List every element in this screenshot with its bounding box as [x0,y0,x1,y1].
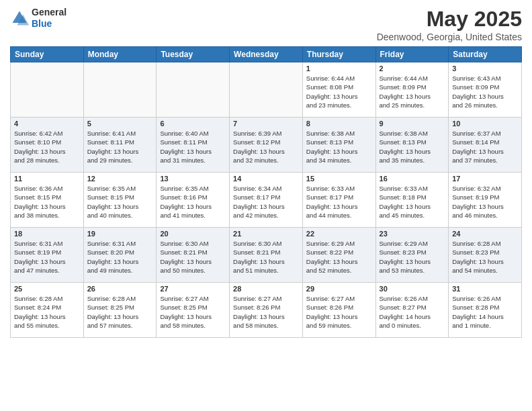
calendar-week-row: 25Sunrise: 6:28 AM Sunset: 8:24 PM Dayli… [11,283,522,338]
day-number: 25 [14,285,80,293]
table-row: 9Sunrise: 6:38 AM Sunset: 8:13 PM Daylig… [375,118,449,173]
day-info: Sunrise: 6:41 AM Sunset: 8:11 PM Dayligh… [87,129,153,165]
day-info: Sunrise: 6:35 AM Sunset: 8:15 PM Dayligh… [87,184,153,220]
day-number: 7 [233,120,299,128]
logo: General Blue [10,7,66,30]
day-number: 19 [87,230,153,238]
calendar: Sunday Monday Tuesday Wednesday Thursday… [10,46,522,338]
title-block: May 2025 Deenwood, Georgia, United State… [377,7,522,42]
header: General Blue May 2025 Deenwood, Georgia,… [10,7,522,42]
day-info: Sunrise: 6:29 AM Sunset: 8:23 PM Dayligh… [380,239,445,275]
table-row: 26Sunrise: 6:28 AM Sunset: 8:25 PM Dayli… [83,283,157,338]
table-row [83,62,157,118]
table-row: 25Sunrise: 6:28 AM Sunset: 8:24 PM Dayli… [11,283,84,338]
day-number: 29 [306,285,372,293]
table-row: 27Sunrise: 6:27 AM Sunset: 8:25 PM Dayli… [157,283,230,338]
day-info: Sunrise: 6:36 AM Sunset: 8:15 PM Dayligh… [14,184,80,220]
table-row: 19Sunrise: 6:31 AM Sunset: 8:20 PM Dayli… [83,228,157,283]
day-info: Sunrise: 6:28 AM Sunset: 8:24 PM Dayligh… [14,294,80,330]
table-row: 21Sunrise: 6:30 AM Sunset: 8:21 PM Dayli… [230,228,303,283]
day-info: Sunrise: 6:28 AM Sunset: 8:25 PM Dayligh… [87,294,153,330]
day-info: Sunrise: 6:37 AM Sunset: 8:14 PM Dayligh… [452,129,518,165]
table-row: 23Sunrise: 6:29 AM Sunset: 8:23 PM Dayli… [375,228,449,283]
day-info: Sunrise: 6:38 AM Sunset: 8:13 PM Dayligh… [306,129,372,165]
table-row: 8Sunrise: 6:38 AM Sunset: 8:13 PM Daylig… [302,118,375,173]
col-tuesday: Tuesday [157,47,230,62]
day-number: 13 [160,175,226,183]
col-sunday: Sunday [11,47,84,62]
table-row: 28Sunrise: 6:27 AM Sunset: 8:26 PM Dayli… [230,283,303,338]
day-info: Sunrise: 6:31 AM Sunset: 8:19 PM Dayligh… [14,239,80,275]
table-row: 4Sunrise: 6:42 AM Sunset: 8:10 PM Daylig… [11,118,84,173]
table-row: 22Sunrise: 6:29 AM Sunset: 8:22 PM Dayli… [302,228,375,283]
day-info: Sunrise: 6:39 AM Sunset: 8:12 PM Dayligh… [233,129,299,165]
day-info: Sunrise: 6:27 AM Sunset: 8:26 PM Dayligh… [306,294,372,330]
day-number: 16 [380,175,445,183]
day-number: 27 [160,285,226,293]
day-info: Sunrise: 6:26 AM Sunset: 8:28 PM Dayligh… [452,294,518,330]
table-row: 18Sunrise: 6:31 AM Sunset: 8:19 PM Dayli… [11,228,84,283]
table-row: 6Sunrise: 6:40 AM Sunset: 8:11 PM Daylig… [157,118,230,173]
day-number: 20 [160,230,226,238]
table-row: 11Sunrise: 6:36 AM Sunset: 8:15 PM Dayli… [11,173,84,228]
day-number: 9 [380,120,445,128]
day-info: Sunrise: 6:33 AM Sunset: 8:17 PM Dayligh… [306,184,372,220]
day-number: 3 [452,64,518,73]
day-number: 5 [87,120,153,128]
day-info: Sunrise: 6:44 AM Sunset: 8:09 PM Dayligh… [380,74,445,109]
calendar-week-row: 1Sunrise: 6:44 AM Sunset: 8:08 PM Daylig… [11,62,522,118]
col-thursday: Thursday [302,47,375,62]
day-info: Sunrise: 6:27 AM Sunset: 8:26 PM Dayligh… [233,294,299,330]
day-number: 8 [306,120,372,128]
col-wednesday: Wednesday [230,47,303,62]
day-info: Sunrise: 6:33 AM Sunset: 8:18 PM Dayligh… [380,184,445,220]
table-row: 12Sunrise: 6:35 AM Sunset: 8:15 PM Dayli… [83,173,157,228]
table-row: 17Sunrise: 6:32 AM Sunset: 8:19 PM Dayli… [449,173,522,228]
day-number: 30 [380,285,445,293]
day-info: Sunrise: 6:32 AM Sunset: 8:19 PM Dayligh… [452,184,518,220]
logo-icon [10,9,29,28]
page: General Blue May 2025 Deenwood, Georgia,… [0,0,532,411]
day-number: 31 [452,285,518,293]
day-info: Sunrise: 6:31 AM Sunset: 8:20 PM Dayligh… [87,239,153,275]
table-row: 16Sunrise: 6:33 AM Sunset: 8:18 PM Dayli… [375,173,449,228]
table-row: 13Sunrise: 6:35 AM Sunset: 8:16 PM Dayli… [157,173,230,228]
day-number: 11 [14,175,80,183]
day-info: Sunrise: 6:28 AM Sunset: 8:23 PM Dayligh… [452,239,518,275]
day-number: 2 [380,64,445,73]
day-number: 4 [14,120,80,128]
table-row: 15Sunrise: 6:33 AM Sunset: 8:17 PM Dayli… [302,173,375,228]
day-info: Sunrise: 6:35 AM Sunset: 8:16 PM Dayligh… [160,184,226,220]
table-row: 29Sunrise: 6:27 AM Sunset: 8:26 PM Dayli… [302,283,375,338]
day-number: 23 [380,230,445,238]
table-row [11,62,84,118]
calendar-week-row: 4Sunrise: 6:42 AM Sunset: 8:10 PM Daylig… [11,118,522,173]
table-row: 10Sunrise: 6:37 AM Sunset: 8:14 PM Dayli… [449,118,522,173]
day-number: 24 [452,230,518,238]
day-number: 22 [306,230,372,238]
table-row: 7Sunrise: 6:39 AM Sunset: 8:12 PM Daylig… [230,118,303,173]
logo-blue-text: Blue [32,18,52,29]
day-number: 1 [306,64,372,73]
location: Deenwood, Georgia, United States [377,32,522,42]
day-number: 10 [452,120,518,128]
col-friday: Friday [375,47,449,62]
day-info: Sunrise: 6:30 AM Sunset: 8:21 PM Dayligh… [233,239,299,275]
table-row: 24Sunrise: 6:28 AM Sunset: 8:23 PM Dayli… [449,228,522,283]
calendar-header-row: Sunday Monday Tuesday Wednesday Thursday… [11,47,522,62]
day-info: Sunrise: 6:26 AM Sunset: 8:27 PM Dayligh… [380,294,445,330]
calendar-week-row: 11Sunrise: 6:36 AM Sunset: 8:15 PM Dayli… [11,173,522,228]
day-info: Sunrise: 6:38 AM Sunset: 8:13 PM Dayligh… [380,129,445,165]
table-row: 2Sunrise: 6:44 AM Sunset: 8:09 PM Daylig… [375,62,449,118]
day-number: 18 [14,230,80,238]
col-monday: Monday [83,47,157,62]
logo-general: General [32,7,66,17]
table-row: 30Sunrise: 6:26 AM Sunset: 8:27 PM Dayli… [375,283,449,338]
day-info: Sunrise: 6:30 AM Sunset: 8:21 PM Dayligh… [160,239,226,275]
table-row: 1Sunrise: 6:44 AM Sunset: 8:08 PM Daylig… [302,62,375,118]
day-number: 17 [452,175,518,183]
logo-text: General Blue [32,7,66,30]
day-info: Sunrise: 6:42 AM Sunset: 8:10 PM Dayligh… [14,129,80,165]
col-saturday: Saturday [449,47,522,62]
table-row [230,62,303,118]
